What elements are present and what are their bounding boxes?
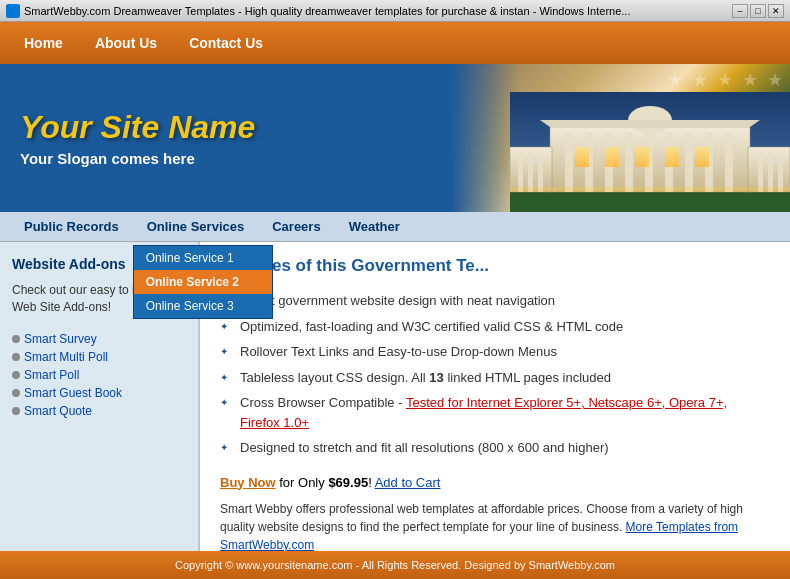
menu-careers[interactable]: Careers bbox=[258, 215, 334, 238]
feature-tableless-text: Tableless layout CSS design. All bbox=[240, 370, 429, 385]
nav-about[interactable]: About Us bbox=[79, 31, 173, 55]
svg-rect-23 bbox=[528, 150, 533, 192]
site-name: Your Site Name bbox=[20, 109, 255, 146]
svg-rect-24 bbox=[538, 150, 543, 192]
svg-rect-1 bbox=[510, 192, 790, 212]
list-item[interactable]: Smart Poll bbox=[12, 366, 186, 384]
dropdown-item-os2[interactable]: Online Service 2 bbox=[134, 270, 272, 294]
footer-text: Copyright © www.yoursitename.com - All R… bbox=[175, 559, 615, 571]
sidebar-links-list: Smart Survey Smart Multi Poll Smart Poll… bbox=[12, 330, 186, 420]
online-services-dropdown: Online Service 1 Online Service 2 Online… bbox=[133, 245, 273, 319]
list-item[interactable]: Smart Multi Poll bbox=[12, 348, 186, 366]
feature-item-2: Optimized, fast-loading and W3C certifie… bbox=[220, 314, 770, 340]
dropdown-item-os3[interactable]: Online Service 3 bbox=[134, 294, 272, 318]
stars-decoration: ★ ★ ★ ★ ★ bbox=[667, 69, 785, 91]
feature-item-4: Tableless layout CSS design. All 13 link… bbox=[220, 365, 770, 391]
content-heading: Features of this Government Te... bbox=[220, 256, 770, 276]
content-area: Features of this Government Te... Smart … bbox=[200, 242, 790, 551]
cross-browser-label: Cross Browser Compatible - bbox=[240, 395, 406, 410]
sidebar-link-multipoll: Smart Multi Poll bbox=[24, 350, 108, 364]
list-item[interactable]: Smart Guest Book bbox=[12, 384, 186, 402]
feature-item-6: Designed to stretch and fit all resoluti… bbox=[220, 435, 770, 461]
svg-rect-9 bbox=[685, 132, 693, 192]
svg-rect-27 bbox=[778, 150, 783, 192]
feature-item-1: Smart government website design with nea… bbox=[220, 288, 770, 314]
svg-rect-28 bbox=[510, 187, 790, 192]
window-controls: – □ ✕ bbox=[732, 4, 784, 18]
banner-text: Your Site Name Your Slogan comes here bbox=[0, 89, 275, 187]
footer: Copyright © www.yoursitename.com - All R… bbox=[0, 551, 790, 579]
sidebar-link-guestbook: Smart Guest Book bbox=[24, 386, 122, 400]
dropdown-item-os1[interactable]: Online Service 1 bbox=[134, 246, 272, 270]
svg-rect-22 bbox=[518, 150, 523, 192]
svg-rect-15 bbox=[575, 147, 589, 167]
features-list: Smart government website design with nea… bbox=[220, 288, 770, 461]
svg-rect-18 bbox=[665, 147, 679, 167]
list-item[interactable]: Smart Survey bbox=[12, 330, 186, 348]
menu-online-services[interactable]: Online Services Online Service 1 Online … bbox=[133, 215, 259, 238]
add-to-cart-link[interactable]: Add to Cart bbox=[375, 475, 441, 490]
menu-public-records[interactable]: Public Records bbox=[10, 215, 133, 238]
maximize-button[interactable]: □ bbox=[750, 4, 766, 18]
main-area: Website Add-ons Check out our easy to in… bbox=[0, 242, 790, 551]
banner: Your Site Name Your Slogan comes here bbox=[0, 64, 790, 212]
menu-weather[interactable]: Weather bbox=[335, 215, 414, 238]
price-text: $69.95 bbox=[328, 475, 368, 490]
minimize-button[interactable]: – bbox=[732, 4, 748, 18]
sidebar-link-poll: Smart Poll bbox=[24, 368, 79, 382]
feature-item-5: Cross Browser Compatible - Tested for In… bbox=[220, 390, 770, 435]
list-item[interactable]: Smart Quote bbox=[12, 402, 186, 420]
buy-now-link[interactable]: Buy Now bbox=[220, 475, 276, 490]
site-slogan: Your Slogan comes here bbox=[20, 150, 255, 167]
svg-rect-6 bbox=[625, 132, 633, 192]
svg-rect-17 bbox=[635, 147, 649, 167]
exclaim: ! bbox=[368, 475, 372, 490]
online-services-label: Online Services bbox=[147, 219, 245, 234]
sidebar-link-quote: Smart Quote bbox=[24, 404, 92, 418]
for-only-text: for Only bbox=[276, 475, 329, 490]
top-menu: Public Records Online Services Online Se… bbox=[0, 212, 790, 242]
nav-contact[interactable]: Contact Us bbox=[173, 31, 279, 55]
buy-section: Buy Now for Only $69.95! Add to Cart bbox=[220, 475, 770, 490]
feature-item-3: Rollover Text Links and Easy-to-use Drop… bbox=[220, 339, 770, 365]
feature-tableless-text2: linked HTML pages included bbox=[444, 370, 611, 385]
svg-rect-3 bbox=[565, 132, 573, 192]
svg-rect-25 bbox=[758, 150, 763, 192]
sidebar-link-survey: Smart Survey bbox=[24, 332, 97, 346]
title-bar: SmartWebby.com Dreamweaver Templates - H… bbox=[0, 0, 790, 22]
app-icon bbox=[6, 4, 20, 18]
feature-page-count: 13 bbox=[429, 370, 443, 385]
svg-rect-14 bbox=[628, 120, 672, 128]
svg-rect-16 bbox=[605, 147, 619, 167]
svg-rect-26 bbox=[768, 150, 773, 192]
close-button[interactable]: ✕ bbox=[768, 4, 784, 18]
svg-rect-11 bbox=[725, 132, 733, 192]
window-title: SmartWebby.com Dreamweaver Templates - H… bbox=[24, 5, 728, 17]
content-description: Smart Webby offers professional web temp… bbox=[220, 500, 770, 552]
banner-image: ★ ★ ★ ★ ★ bbox=[450, 64, 790, 212]
nav-home[interactable]: Home bbox=[8, 31, 79, 55]
navbar: Home About Us Contact Us bbox=[0, 22, 790, 64]
svg-rect-19 bbox=[695, 147, 709, 167]
